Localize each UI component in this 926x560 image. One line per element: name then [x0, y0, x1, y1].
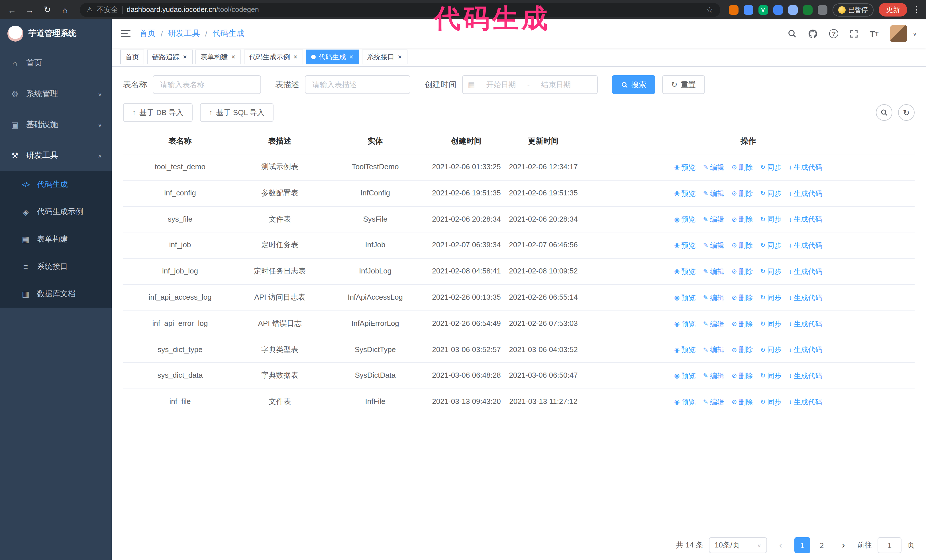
action-preview-link[interactable]: ◉预览 — [674, 162, 696, 173]
tab-home[interactable]: 首页 — [120, 50, 144, 64]
tab-system-api[interactable]: 系统接口× — [362, 50, 407, 64]
sidebar-item-db-doc[interactable]: ▥数据库文档 — [0, 280, 112, 308]
fullscreen-icon[interactable] — [850, 29, 858, 38]
table-name-input[interactable] — [153, 75, 261, 94]
action-edit-link[interactable]: ✎编辑 — [703, 266, 724, 278]
sidebar-item-form-builder[interactable]: ▦表单构建 — [0, 226, 112, 253]
caret-down-icon[interactable]: ∨ — [912, 31, 917, 36]
action-edit-link[interactable]: ✎编辑 — [703, 214, 724, 225]
action-preview-link[interactable]: ◉预览 — [674, 214, 696, 225]
page-button-2[interactable]: 2 — [814, 537, 830, 553]
reload-icon[interactable]: ↻ — [41, 5, 54, 15]
page-size-select[interactable]: 10条/页 ∨ — [709, 537, 767, 553]
back-icon[interactable]: ← — [6, 5, 18, 15]
action-generate-link[interactable]: ↓生成代码 — [789, 397, 822, 408]
extension-orange-icon[interactable] — [729, 5, 738, 15]
table-desc-input[interactable] — [305, 75, 410, 94]
close-icon[interactable]: × — [293, 54, 298, 60]
bookmark-star-icon[interactable]: ☆ — [706, 5, 713, 14]
action-edit-link[interactable]: ✎编辑 — [703, 240, 724, 251]
action-delete-link[interactable]: ⊘删除 — [732, 266, 753, 278]
extension-leaf-icon[interactable] — [803, 5, 812, 15]
sidebar-item-system[interactable]: ⚙系统管理∨ — [0, 78, 112, 109]
extension-people-icon[interactable] — [773, 5, 783, 15]
sidebar-item-codegen-example[interactable]: ◈代码生成示例 — [0, 198, 112, 226]
action-delete-link[interactable]: ⊘删除 — [732, 240, 753, 251]
action-delete-link[interactable]: ⊘删除 — [732, 292, 753, 303]
next-page-button[interactable]: › — [835, 537, 851, 553]
font-size-icon[interactable]: TT — [870, 29, 879, 38]
tab-form-builder[interactable]: 表单构建× — [195, 50, 241, 64]
action-preview-link[interactable]: ◉预览 — [674, 292, 696, 303]
action-generate-link[interactable]: ↓生成代码 — [789, 344, 822, 356]
toggle-search-button[interactable] — [876, 104, 893, 121]
action-sync-link[interactable]: ↻同步 — [760, 292, 781, 303]
action-preview-link[interactable]: ◉预览 — [674, 397, 696, 408]
action-edit-link[interactable]: ✎编辑 — [703, 397, 724, 408]
action-edit-link[interactable]: ✎编辑 — [703, 162, 724, 173]
page-button-1[interactable]: 1 — [794, 537, 810, 553]
sidebar-item-devtools[interactable]: ⚒研发工具∧ — [0, 140, 112, 171]
action-delete-link[interactable]: ⊘删除 — [732, 214, 753, 225]
action-preview-link[interactable]: ◉预览 — [674, 266, 696, 278]
address-bar[interactable]: ⚠ 不安全 dashboard.yudao.iocoder.cn/tool/co… — [80, 3, 720, 17]
tab-tracing[interactable]: 链路追踪× — [147, 50, 193, 64]
close-icon[interactable]: × — [349, 54, 354, 60]
avatar[interactable] — [890, 25, 907, 42]
search-icon[interactable] — [788, 29, 797, 38]
goto-page-input[interactable] — [878, 537, 902, 553]
action-delete-link[interactable]: ⊘删除 — [732, 397, 753, 408]
prev-page-button[interactable]: ‹ — [773, 537, 789, 553]
close-icon[interactable]: × — [182, 54, 188, 60]
action-sync-link[interactable]: ↻同步 — [760, 162, 781, 173]
extension-puzzle-icon[interactable] — [817, 5, 827, 15]
action-delete-link[interactable]: ⊘删除 — [732, 188, 753, 199]
breadcrumb-item[interactable]: 代码生成 — [213, 29, 244, 39]
sidebar-item-codegen[interactable]: </>代码生成 — [0, 171, 112, 198]
action-delete-link[interactable]: ⊘删除 — [732, 162, 753, 173]
paused-badge[interactable]: 已暂停 — [832, 3, 873, 16]
action-generate-link[interactable]: ↓生成代码 — [789, 240, 822, 251]
action-generate-link[interactable]: ↓生成代码 — [789, 188, 822, 199]
breadcrumb-item[interactable]: 研发工具 — [168, 29, 200, 39]
forward-icon[interactable]: → — [23, 5, 36, 15]
action-preview-link[interactable]: ◉预览 — [674, 188, 696, 199]
action-sync-link[interactable]: ↻同步 — [760, 214, 781, 225]
action-sync-link[interactable]: ↻同步 — [760, 240, 781, 251]
action-edit-link[interactable]: ✎编辑 — [703, 370, 724, 382]
refresh-table-button[interactable]: ↻ — [898, 104, 915, 121]
browser-menu-kebab-icon[interactable]: ⋮ — [912, 5, 920, 15]
sidebar-item-home[interactable]: ⌂首页 — [0, 48, 112, 78]
start-date-input[interactable] — [477, 80, 525, 89]
action-generate-link[interactable]: ↓生成代码 — [789, 162, 822, 173]
end-date-input[interactable] — [532, 80, 580, 89]
close-icon[interactable]: × — [397, 54, 402, 60]
close-icon[interactable]: × — [231, 54, 236, 60]
action-delete-link[interactable]: ⊘删除 — [732, 370, 753, 382]
action-generate-link[interactable]: ↓生成代码 — [789, 370, 822, 382]
extension-translate-icon[interactable] — [788, 5, 797, 15]
action-generate-link[interactable]: ↓生成代码 — [789, 266, 822, 278]
sidebar-item-infrastructure[interactable]: ▣基础设施∨ — [0, 109, 112, 140]
action-sync-link[interactable]: ↻同步 — [760, 188, 781, 199]
extension-green-v-icon[interactable]: V — [758, 5, 768, 15]
action-preview-link[interactable]: ◉预览 — [674, 318, 696, 329]
sidebar-item-system-api[interactable]: ≡系统接口 — [0, 253, 112, 280]
action-sync-link[interactable]: ↻同步 — [760, 266, 781, 278]
update-button[interactable]: 更新 — [879, 3, 907, 17]
action-edit-link[interactable]: ✎编辑 — [703, 318, 724, 329]
github-icon[interactable] — [808, 29, 818, 38]
import-sql-button[interactable]: ↑ 基于 SQL 导入 — [200, 103, 274, 122]
action-generate-link[interactable]: ↓生成代码 — [789, 318, 822, 329]
action-sync-link[interactable]: ↻同步 — [760, 397, 781, 408]
action-edit-link[interactable]: ✎编辑 — [703, 188, 724, 199]
action-sync-link[interactable]: ↻同步 — [760, 370, 781, 382]
tab-codegen[interactable]: 代码生成× — [306, 50, 359, 64]
action-preview-link[interactable]: ◉预览 — [674, 240, 696, 251]
tab-codegen-example[interactable]: 代码生成示例× — [244, 50, 303, 64]
action-generate-link[interactable]: ↓生成代码 — [789, 214, 822, 225]
logo[interactable]: 芋道管理系统 — [0, 20, 112, 48]
date-range-picker[interactable]: ▦ - — [462, 75, 598, 94]
import-db-button[interactable]: ↑ 基于 DB 导入 — [123, 103, 193, 122]
action-preview-link[interactable]: ◉预览 — [674, 370, 696, 382]
